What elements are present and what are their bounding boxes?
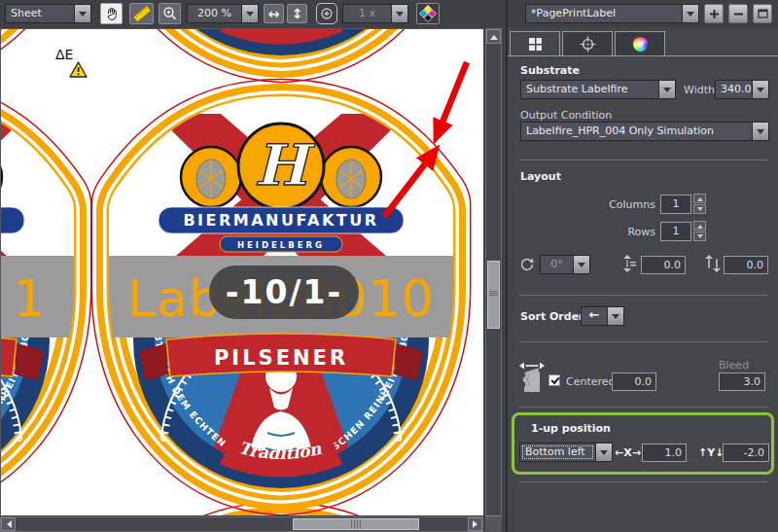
vertical-scroll-thumb[interactable] — [487, 261, 500, 329]
color-wheel-icon — [633, 37, 648, 52]
tab-divider — [508, 55, 778, 56]
settings-panel: Substrate Substrate Labelfire Width 340.… — [506, 27, 778, 532]
substrate-heading: Substrate — [520, 64, 580, 77]
layout-heading: Layout — [520, 170, 561, 183]
vertical-offset-input[interactable] — [641, 256, 686, 274]
horizontal-scroll-thumb[interactable] — [293, 518, 419, 530]
sort-direction-value: ← — [582, 307, 607, 325]
columns-stepper — [693, 194, 706, 215]
width-value: 340.0 — [716, 81, 752, 98]
width-label: Width — [684, 84, 715, 96]
oneup-y-label: ↑Y↓ — [698, 446, 724, 459]
add-preset-button[interactable] — [704, 4, 724, 23]
columns-input[interactable]: 1 — [660, 195, 691, 214]
plus-icon — [709, 9, 720, 19]
neighbor-label-digit: 1 — [13, 269, 45, 328]
stagger-icon — [705, 255, 721, 272]
panel-title-bar: *PagePrintLabel — [506, 0, 778, 27]
columns-decrement-button[interactable] — [693, 204, 706, 214]
sort-order-dropdown-arrow[interactable] — [607, 307, 623, 325]
horizontal-offset-input[interactable] — [724, 256, 768, 274]
chevron-down-icon — [663, 88, 671, 96]
columns-increment-button[interactable] — [693, 194, 706, 203]
chevron-down-icon — [396, 12, 404, 20]
web-substrate-icon — [519, 362, 545, 393]
zoom-step-button[interactable] — [316, 3, 337, 24]
chevron-down-icon — [246, 12, 254, 20]
substrate-dropdown[interactable]: Substrate Labelfire — [520, 80, 676, 99]
sheet-canvas[interactable]: GEBRAUT NACH DEM ECHTEN DEUTSCHEN REINHE… — [0, 28, 483, 515]
bleed-input[interactable] — [719, 372, 765, 391]
triangle-down-icon — [697, 207, 703, 214]
tab-layout[interactable] — [510, 31, 560, 56]
output-condition-value: Labelfire_HPR_004 Only Simulation — [521, 123, 752, 140]
remove-preset-button[interactable] — [728, 4, 748, 23]
rows-label: Rows — [566, 226, 655, 238]
vertical-gap-icon — [623, 255, 637, 272]
triangle-up-icon — [697, 195, 703, 201]
fit-height-button[interactable]: ↕ — [287, 4, 307, 23]
rows-decrement-button[interactable] — [693, 231, 706, 241]
view-mode-dropdown[interactable]: Sheet — [5, 4, 91, 23]
label-instance-above[interactable] — [91, 29, 470, 83]
section-divider — [519, 341, 768, 342]
rows-input[interactable]: 1 — [660, 222, 691, 241]
scroll-up-button[interactable] — [486, 29, 501, 44]
panel-preset-dropdown-arrow[interactable] — [682, 5, 698, 22]
centered-offset-input[interactable] — [612, 372, 656, 391]
hand-tool-button[interactable] — [100, 3, 123, 24]
rotation-dropdown[interactable]: 0° — [540, 255, 590, 274]
chevron-down-icon — [578, 263, 585, 271]
oneup-x-input[interactable] — [642, 443, 687, 462]
triangle-left-icon — [3, 520, 12, 528]
tab-registration[interactable] — [562, 31, 613, 56]
circled-plus-icon — [320, 7, 334, 20]
main-toolbar: Sheet 200 % — [0, 0, 506, 27]
measure-tool-button[interactable] — [129, 3, 154, 24]
view-mode-dropdown-arrow[interactable] — [74, 5, 90, 22]
oneup-anchor-dropdown[interactable]: Bottom left — [519, 443, 613, 462]
repeat-dropdown[interactable]: 1 x — [342, 4, 408, 23]
grid-icon — [528, 37, 543, 52]
canvas-area: GEBRAUT NACH DEM ECHTEN DEUTSCHEN REINHE… — [0, 27, 506, 532]
scroll-left-button[interactable] — [1, 517, 16, 531]
scroll-right-button[interactable] — [468, 517, 482, 531]
section-divider — [519, 160, 768, 160]
triangle-up-icon — [697, 222, 703, 229]
vertical-arrows-icon: ↕ — [292, 6, 303, 21]
tab-color[interactable] — [615, 31, 665, 56]
centered-checkbox[interactable] — [548, 374, 560, 386]
width-dropdown[interactable]: 340.0 — [715, 80, 769, 99]
repeat-dropdown-arrow[interactable] — [391, 5, 407, 22]
rotation-icon — [519, 257, 535, 272]
zoom-tool-button[interactable] — [159, 3, 181, 24]
horizontal-scrollbar[interactable] — [0, 516, 483, 532]
cmyk-registration-icon — [419, 5, 437, 22]
zoom-level-dropdown-arrow[interactable] — [241, 5, 258, 22]
ruler-icon — [132, 5, 152, 22]
fit-width-button[interactable]: ↔ — [264, 4, 284, 23]
separations-button[interactable] — [416, 3, 440, 24]
delta-e-indicator: ΔE — [55, 47, 73, 62]
width-dropdown-arrow[interactable] — [752, 81, 768, 98]
repeat-value: 1 x — [343, 5, 391, 22]
substrate-dropdown-arrow[interactable] — [658, 81, 675, 98]
triangle-down-icon — [697, 234, 703, 241]
output-condition-dropdown-arrow[interactable] — [752, 123, 768, 140]
substrate-value: Substrate Labelfire — [521, 81, 658, 98]
section-divider — [519, 407, 768, 408]
oneup-y-input[interactable] — [723, 443, 769, 462]
maximize-panel-button[interactable] — [753, 4, 772, 23]
application-window: Sheet 200 % — [0, 0, 778, 532]
output-condition-dropdown[interactable]: Labelfire_HPR_004 Only Simulation — [520, 122, 769, 141]
zoom-level-value: 200 % — [188, 5, 241, 22]
zoom-level-dropdown[interactable]: 200 % — [187, 4, 259, 23]
sort-order-dropdown[interactable]: ← — [581, 306, 624, 326]
panel-preset-dropdown[interactable]: *PagePrintLabel — [525, 4, 699, 23]
rows-increment-button[interactable] — [693, 221, 706, 231]
rotation-dropdown-arrow[interactable] — [573, 256, 589, 273]
oneup-anchor-dropdown-arrow[interactable] — [595, 443, 612, 461]
warning-icon[interactable] — [69, 61, 88, 78]
horizontal-arrows-icon: ↔ — [268, 6, 280, 21]
vertical-scrollbar[interactable] — [485, 28, 502, 531]
